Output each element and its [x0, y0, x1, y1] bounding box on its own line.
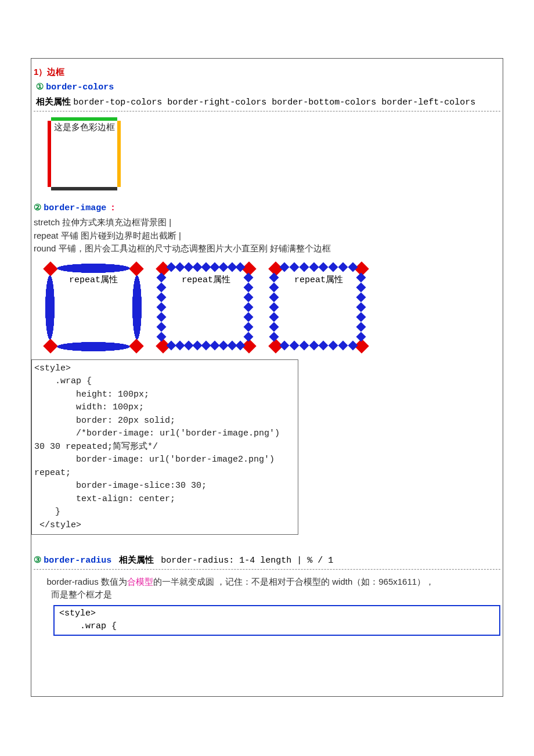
demo-label: repeat属性	[157, 274, 255, 287]
edge-top	[280, 264, 358, 273]
border-image-demo-repeat: repeat属性	[157, 262, 255, 352]
edge-bottom	[167, 342, 245, 351]
document-frame: 1）边框 ① border-colors 相关属性 border-top-col…	[31, 58, 503, 697]
text: 的一半就变成圆 ，记住：不是相对于合模型的 width（如：965x1611），	[153, 577, 434, 586]
border-image-demo-row: repeat属性 repeat属性	[44, 262, 503, 352]
edge-top	[57, 264, 130, 273]
code-block: <style> .wrap { height: 100px; width: 10…	[31, 359, 298, 535]
desc-line: border-radius 数值为合模型的一半就变成圆 ，记住：不是相对于合模型…	[34, 575, 500, 589]
highlight-text: 合模型	[127, 577, 153, 586]
code-block: <style> .wrap {	[53, 605, 500, 636]
keyword: border-image	[44, 203, 106, 213]
corner-icon	[129, 339, 143, 353]
subsection-2-heading: ② border-image ：	[34, 201, 500, 215]
page: 1）边框 ① border-colors 相关属性 border-top-col…	[0, 0, 534, 756]
subsection-1-heading: ① border-colors	[36, 80, 500, 95]
dashed-divider	[34, 569, 500, 570]
border-left	[48, 121, 51, 187]
related-props-row: 相关属性 border-top-colors border-right-colo…	[36, 95, 500, 110]
keyword: border-colors	[46, 82, 114, 92]
related-label: 相关属性	[36, 96, 71, 106]
desc-line: repeat 平铺 图片碰到边界时超出截断 |	[34, 229, 500, 243]
circled-number-icon: ②	[34, 202, 41, 212]
desc-line: round 平铺，图片会工具边框的尺寸动态调整图片大小直至刚 好铺满整个边框	[34, 242, 500, 255]
subsection-3-heading: ③ border-radius 相关属性 border-radius: 1-4 …	[34, 553, 500, 568]
demo-label: repeat属性	[269, 274, 368, 287]
keyword: border-radius	[44, 556, 111, 566]
multi-color-border-demo: 这是多色彩边框	[48, 117, 503, 190]
related-label: 相关属性	[119, 555, 154, 564]
colon: ：	[109, 202, 117, 212]
related-props: border-radius: 1-4 length | % / 1	[161, 556, 333, 566]
border-right	[117, 121, 121, 187]
desc-line: stretch 拉伸方式来填充边框背景图 |	[34, 216, 500, 229]
border-image-demo-round: repeat属性	[269, 262, 368, 352]
demo-box: 这是多色彩边框	[48, 117, 121, 190]
text: border-radius 数值为	[47, 577, 127, 586]
circled-number-icon: ③	[34, 555, 41, 564]
related-props: border-top-colors border-right-colors bo…	[73, 98, 475, 107]
dashed-divider	[34, 111, 500, 111]
border-image-demo-stretch: repeat属性	[44, 262, 143, 352]
demo-box-text: 这是多色彩边框	[53, 121, 115, 134]
section-heading: 1）边框	[34, 66, 500, 79]
corner-icon	[43, 339, 57, 353]
border-bottom	[51, 187, 117, 190]
desc-line: 而是整个框才是	[34, 588, 500, 602]
edge-bottom	[280, 342, 358, 351]
demo-label: repeat属性	[44, 274, 143, 287]
edge-bottom	[57, 342, 130, 351]
circled-number-icon: ①	[36, 81, 44, 91]
edge-top	[167, 264, 245, 273]
